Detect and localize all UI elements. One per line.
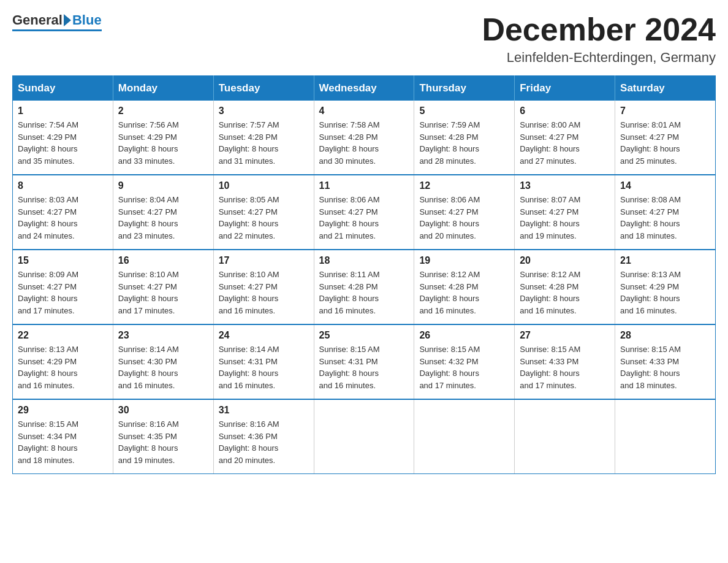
table-row — [414, 399, 515, 474]
day-number: 29 — [18, 405, 108, 416]
table-row: 24 Sunrise: 8:14 AM Sunset: 4:31 PM Dayl… — [213, 324, 314, 399]
table-row: 7 Sunrise: 8:01 AM Sunset: 4:27 PM Dayli… — [615, 101, 716, 175]
day-info: Sunrise: 8:13 AM Sunset: 4:29 PM Dayligh… — [620, 269, 710, 316]
table-row: 17 Sunrise: 8:10 AM Sunset: 4:27 PM Dayl… — [213, 250, 314, 324]
day-info: Sunrise: 8:01 AM Sunset: 4:27 PM Dayligh… — [620, 119, 710, 167]
day-number: 6 — [520, 105, 610, 117]
table-row: 9 Sunrise: 8:04 AM Sunset: 4:27 PM Dayli… — [113, 175, 213, 250]
day-info: Sunrise: 8:13 AM Sunset: 4:29 PM Dayligh… — [18, 343, 108, 391]
day-info: Sunrise: 8:00 AM Sunset: 4:27 PM Dayligh… — [520, 119, 610, 167]
table-row: 14 Sunrise: 8:08 AM Sunset: 4:27 PM Dayl… — [615, 175, 716, 250]
table-row: 25 Sunrise: 8:15 AM Sunset: 4:31 PM Dayl… — [314, 324, 414, 399]
day-number: 7 — [620, 105, 710, 117]
calendar-week-row: 29 Sunrise: 8:15 AM Sunset: 4:34 PM Dayl… — [13, 399, 716, 474]
logo-underline — [12, 29, 102, 31]
day-number: 2 — [118, 105, 208, 117]
table-row: 2 Sunrise: 7:56 AM Sunset: 4:29 PM Dayli… — [113, 101, 213, 175]
day-number: 8 — [18, 180, 108, 191]
calendar-week-row: 15 Sunrise: 8:09 AM Sunset: 4:27 PM Dayl… — [13, 250, 716, 324]
day-info: Sunrise: 8:08 AM Sunset: 4:27 PM Dayligh… — [620, 194, 710, 242]
day-info: Sunrise: 8:09 AM Sunset: 4:27 PM Dayligh… — [18, 269, 108, 316]
col-monday: Monday — [113, 76, 213, 101]
table-row: 4 Sunrise: 7:58 AM Sunset: 4:28 PM Dayli… — [314, 101, 414, 175]
day-number: 22 — [18, 330, 108, 341]
day-number: 16 — [118, 255, 208, 266]
table-row: 16 Sunrise: 8:10 AM Sunset: 4:27 PM Dayl… — [113, 250, 213, 324]
day-info: Sunrise: 8:14 AM Sunset: 4:30 PM Dayligh… — [118, 343, 208, 391]
day-number: 9 — [118, 180, 208, 191]
day-info: Sunrise: 8:15 AM Sunset: 4:34 PM Dayligh… — [18, 418, 108, 466]
table-row: 6 Sunrise: 8:00 AM Sunset: 4:27 PM Dayli… — [515, 101, 615, 175]
day-info: Sunrise: 8:12 AM Sunset: 4:28 PM Dayligh… — [520, 269, 610, 316]
table-row: 22 Sunrise: 8:13 AM Sunset: 4:29 PM Dayl… — [13, 324, 113, 399]
table-row: 26 Sunrise: 8:15 AM Sunset: 4:32 PM Dayl… — [414, 324, 515, 399]
day-number: 3 — [219, 105, 309, 117]
day-number: 10 — [219, 180, 309, 191]
day-info: Sunrise: 7:56 AM Sunset: 4:29 PM Dayligh… — [118, 119, 208, 167]
day-info: Sunrise: 8:11 AM Sunset: 4:28 PM Dayligh… — [319, 269, 409, 316]
logo-arrow-icon — [64, 14, 71, 26]
day-info: Sunrise: 8:12 AM Sunset: 4:28 PM Dayligh… — [419, 269, 509, 316]
day-number: 30 — [118, 405, 208, 416]
table-row: 1 Sunrise: 7:54 AM Sunset: 4:29 PM Dayli… — [13, 101, 113, 175]
day-info: Sunrise: 7:54 AM Sunset: 4:29 PM Dayligh… — [18, 119, 108, 167]
day-number: 20 — [520, 255, 610, 266]
table-row: 20 Sunrise: 8:12 AM Sunset: 4:28 PM Dayl… — [515, 250, 615, 324]
day-number: 1 — [18, 105, 108, 117]
day-info: Sunrise: 8:05 AM Sunset: 4:27 PM Dayligh… — [219, 194, 309, 242]
table-row — [314, 399, 414, 474]
logo: General Blue — [12, 12, 102, 31]
day-info: Sunrise: 8:16 AM Sunset: 4:36 PM Dayligh… — [219, 418, 309, 466]
col-sunday: Sunday — [13, 76, 113, 101]
calendar-week-row: 8 Sunrise: 8:03 AM Sunset: 4:27 PM Dayli… — [13, 175, 716, 250]
table-row: 31 Sunrise: 8:16 AM Sunset: 4:36 PM Dayl… — [213, 399, 314, 474]
calendar-week-row: 1 Sunrise: 7:54 AM Sunset: 4:29 PM Dayli… — [13, 101, 716, 175]
page-title: December 2024 — [482, 12, 716, 47]
day-info: Sunrise: 8:10 AM Sunset: 4:27 PM Dayligh… — [118, 269, 208, 316]
day-info: Sunrise: 8:10 AM Sunset: 4:27 PM Dayligh… — [219, 269, 309, 316]
day-info: Sunrise: 8:04 AM Sunset: 4:27 PM Dayligh… — [118, 194, 208, 242]
calendar-week-row: 22 Sunrise: 8:13 AM Sunset: 4:29 PM Dayl… — [13, 324, 716, 399]
table-row: 12 Sunrise: 8:06 AM Sunset: 4:27 PM Dayl… — [414, 175, 515, 250]
table-row: 18 Sunrise: 8:11 AM Sunset: 4:28 PM Dayl… — [314, 250, 414, 324]
day-info: Sunrise: 8:15 AM Sunset: 4:33 PM Dayligh… — [620, 343, 710, 391]
calendar-table: Sunday Monday Tuesday Wednesday Thursday… — [12, 75, 716, 474]
day-number: 27 — [520, 330, 610, 341]
day-number: 17 — [219, 255, 309, 266]
day-info: Sunrise: 7:57 AM Sunset: 4:28 PM Dayligh… — [219, 119, 309, 167]
table-row: 11 Sunrise: 8:06 AM Sunset: 4:27 PM Dayl… — [314, 175, 414, 250]
day-info: Sunrise: 8:07 AM Sunset: 4:27 PM Dayligh… — [520, 194, 610, 242]
day-number: 4 — [319, 105, 409, 117]
table-row: 10 Sunrise: 8:05 AM Sunset: 4:27 PM Dayl… — [213, 175, 314, 250]
day-number: 12 — [419, 180, 509, 191]
table-row — [515, 399, 615, 474]
table-row: 3 Sunrise: 7:57 AM Sunset: 4:28 PM Dayli… — [213, 101, 314, 175]
table-row: 13 Sunrise: 8:07 AM Sunset: 4:27 PM Dayl… — [515, 175, 615, 250]
table-row: 28 Sunrise: 8:15 AM Sunset: 4:33 PM Dayl… — [615, 324, 716, 399]
table-row: 15 Sunrise: 8:09 AM Sunset: 4:27 PM Dayl… — [13, 250, 113, 324]
day-number: 18 — [319, 255, 409, 266]
col-wednesday: Wednesday — [314, 76, 414, 101]
table-row: 23 Sunrise: 8:14 AM Sunset: 4:30 PM Dayl… — [113, 324, 213, 399]
day-info: Sunrise: 8:14 AM Sunset: 4:31 PM Dayligh… — [219, 343, 309, 391]
day-info: Sunrise: 8:16 AM Sunset: 4:35 PM Dayligh… — [118, 418, 208, 466]
day-number: 24 — [219, 330, 309, 341]
day-number: 31 — [219, 405, 309, 416]
title-block: December 2024 Leinfelden-Echterdingen, G… — [482, 12, 716, 66]
day-info: Sunrise: 8:15 AM Sunset: 4:33 PM Dayligh… — [520, 343, 610, 391]
day-info: Sunrise: 7:59 AM Sunset: 4:28 PM Dayligh… — [419, 119, 509, 167]
day-info: Sunrise: 8:15 AM Sunset: 4:32 PM Dayligh… — [419, 343, 509, 391]
col-friday: Friday — [515, 76, 615, 101]
page-header: General Blue December 2024 Leinfelden-Ec… — [12, 12, 716, 66]
day-number: 14 — [620, 180, 710, 191]
day-number: 25 — [319, 330, 409, 341]
table-row: 8 Sunrise: 8:03 AM Sunset: 4:27 PM Dayli… — [13, 175, 113, 250]
day-info: Sunrise: 8:03 AM Sunset: 4:27 PM Dayligh… — [18, 194, 108, 242]
table-row: 27 Sunrise: 8:15 AM Sunset: 4:33 PM Dayl… — [515, 324, 615, 399]
day-number: 13 — [520, 180, 610, 191]
day-info: Sunrise: 7:58 AM Sunset: 4:28 PM Dayligh… — [319, 119, 409, 167]
table-row — [615, 399, 716, 474]
day-number: 19 — [419, 255, 509, 266]
day-number: 5 — [419, 105, 509, 117]
col-thursday: Thursday — [414, 76, 515, 101]
